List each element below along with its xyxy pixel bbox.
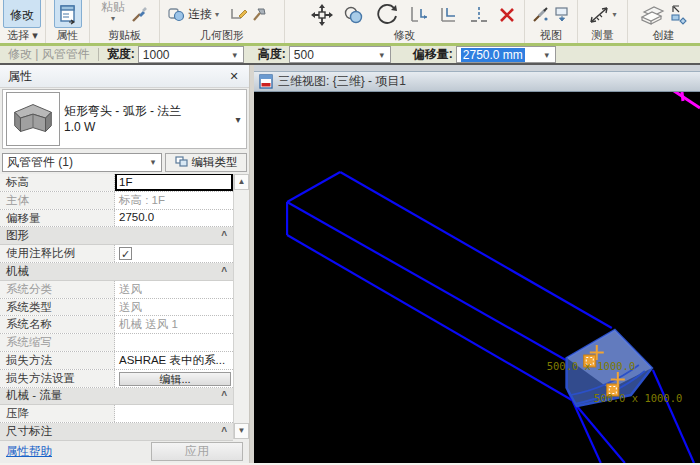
chevron-down-icon[interactable]: ▾ xyxy=(539,50,555,60)
revit-window: 修改 选择 ▾ 属性 粘贴 ▾ xyxy=(0,0,700,465)
height-combobox[interactable]: 500 ▾ xyxy=(289,46,391,63)
ribbon-panel-create: 创建 xyxy=(628,0,699,43)
create-similar-icon[interactable] xyxy=(670,4,688,26)
collapse-chevron-icon[interactable]: ^ xyxy=(221,266,227,277)
paste-dropdown-icon[interactable]: ▾ xyxy=(111,13,115,24)
duct-size-label: 500.0 x 1000.0 xyxy=(547,360,636,372)
chevron-down-icon[interactable]: ▾ xyxy=(227,50,243,60)
3d-view-canvas[interactable]: 500.0 x 1000.0 500.0 x 1000.0 xyxy=(254,92,700,463)
offset-combobox[interactable]: 2750.0 mm ▾ xyxy=(456,46,556,63)
viewport-window: 三维视图: {三维} - 项目1 xyxy=(254,65,700,463)
move-icon[interactable] xyxy=(311,4,333,26)
offset-value: 2750.0 mm xyxy=(461,48,525,62)
properties-palette: 属性 ✕ 矩形弯头 - 弧形 - 法兰 1.0 W ▾ xyxy=(0,65,250,463)
system-name-row: 系统名称 机械 送风 1 xyxy=(0,316,233,334)
join-icon xyxy=(168,7,185,22)
align-icon[interactable] xyxy=(409,5,429,25)
apply-button[interactable]: 应用 xyxy=(151,442,243,461)
chevron-down-icon[interactable]: ▾ xyxy=(145,157,161,167)
system-classification-row: 系统分类 送风 xyxy=(0,281,233,299)
delete-icon[interactable] xyxy=(499,7,515,23)
trim-icon[interactable] xyxy=(439,5,459,25)
coping-icon[interactable] xyxy=(230,6,248,23)
cutaway-icon[interactable] xyxy=(554,6,570,23)
measure-dropdown-icon[interactable]: ▾ xyxy=(612,10,616,19)
edit-type-button[interactable]: 编辑类型 xyxy=(165,153,247,172)
width-value: 1000 xyxy=(143,48,227,62)
rotate-icon[interactable] xyxy=(375,4,399,26)
create-group-icon[interactable] xyxy=(640,4,666,26)
chevron-down-icon[interactable]: ▾ xyxy=(230,114,246,125)
elbow-thumbnail xyxy=(6,92,60,146)
level-input[interactable] xyxy=(115,174,233,191)
properties-icon xyxy=(59,5,77,25)
system-abbreviation-row: 系统缩写 xyxy=(0,334,233,352)
collapse-chevron-icon[interactable]: ^ xyxy=(221,426,227,437)
collapse-chevron-icon[interactable]: ^ xyxy=(221,230,227,241)
join-dropdown-icon[interactable]: ▾ xyxy=(215,10,219,19)
paste-label: 粘贴 xyxy=(101,2,125,13)
measure-icon[interactable] xyxy=(588,5,610,25)
mechanical-flow-section-header[interactable]: 机械 - 流量 ^ xyxy=(0,388,233,406)
properties-help-link[interactable]: 属性帮助 xyxy=(6,444,151,459)
ribbon-panel-geometry: 连接 ▾ 几何图形 xyxy=(160,0,285,43)
ribbon-panel-properties: 属性 xyxy=(46,0,90,43)
host-row: 主体 标高 : 1F xyxy=(0,192,233,210)
width-label: 宽度: xyxy=(107,46,135,63)
split-icon[interactable] xyxy=(469,5,489,25)
properties-panel-label[interactable]: 属性 xyxy=(46,29,89,43)
scroll-down-icon[interactable]: ▼ xyxy=(234,423,249,439)
type-selector[interactable]: 矩形弯头 - 弧形 - 法兰 1.0 W ▾ xyxy=(2,89,247,149)
ribbon: 修改 选择 ▾ 属性 粘贴 ▾ xyxy=(0,0,700,43)
ribbon-panel-clipboard: 粘贴 ▾ 剪贴板 xyxy=(90,0,160,43)
pressure-drop-row: 压降 xyxy=(0,405,233,423)
edit-type-icon xyxy=(175,156,189,168)
create-panel-label[interactable]: 创建 xyxy=(628,29,699,43)
select-panel-label[interactable]: 选择 ▾ xyxy=(0,29,45,43)
properties-footer: 属性帮助 应用 xyxy=(0,439,249,463)
system-type-row: 系统类型 送风 xyxy=(0,299,233,317)
context-label: 修改 | 风管管件 xyxy=(8,46,90,63)
hammer-icon[interactable] xyxy=(251,6,268,23)
linework-brush-icon[interactable] xyxy=(532,6,549,23)
close-icon[interactable]: ✕ xyxy=(227,70,241,83)
modify-button[interactable]: 修改 xyxy=(3,0,41,28)
rvt-file-icon xyxy=(259,74,273,89)
ribbon-panel-modify: 修改 xyxy=(285,0,525,43)
clipboard-panel-label[interactable]: 剪贴板 xyxy=(90,29,159,43)
offset-label: 偏移量: xyxy=(413,46,453,63)
height-label: 高度: xyxy=(258,46,286,63)
ribbon-panel-view: 视图 xyxy=(525,0,578,43)
filter-row: 风管管件 (1) ▾ 编辑类型 xyxy=(0,151,249,173)
modify-panel-label[interactable]: 修改 xyxy=(285,29,524,43)
duct-size-label: 500.0 x 1000.0 xyxy=(594,392,683,404)
mechanical-section-header[interactable]: 机械 ^ xyxy=(0,263,233,281)
options-bar: 修改 | 风管管件 宽度: 1000 ▾ 高度: 500 ▾ 偏移量: 2750… xyxy=(0,46,700,65)
type-name: 矩形弯头 - 弧形 - 法兰 xyxy=(64,103,230,119)
section-line[interactable] xyxy=(665,92,700,108)
chevron-down-icon[interactable]: ▾ xyxy=(374,50,390,60)
element-filter-combobox[interactable]: 风管管件 (1) ▾ xyxy=(2,153,162,172)
geometry-panel-label[interactable]: 几何图形 xyxy=(160,29,284,43)
measure-panel-label[interactable]: 测量 xyxy=(578,29,627,43)
paste-button[interactable]: 粘贴 ▾ xyxy=(101,2,125,24)
view-panel-label[interactable]: 视图 xyxy=(525,29,577,43)
scroll-up-icon[interactable]: ▲ xyxy=(234,174,249,190)
join-button[interactable]: 连接 xyxy=(188,6,212,23)
width-combobox[interactable]: 1000 ▾ xyxy=(138,46,244,63)
height-value: 500 xyxy=(294,48,374,62)
dimensions-section-header[interactable]: 尺寸标注 ^ xyxy=(0,423,233,441)
properties-button[interactable] xyxy=(54,0,82,28)
collapse-chevron-icon[interactable]: ^ xyxy=(221,390,227,401)
graphics-section-header[interactable]: 图形 ^ xyxy=(0,227,233,245)
loss-method-row: 损失方法 ASHRAE 表中的系... xyxy=(0,352,233,370)
edit-button[interactable]: 编辑... xyxy=(119,372,231,386)
properties-title: 属性 xyxy=(8,68,227,85)
view-titlebar[interactable]: 三维视图: {三维} - 项目1 xyxy=(254,71,700,92)
match-properties-brush-icon[interactable] xyxy=(131,6,148,23)
copy-icon[interactable] xyxy=(343,6,365,24)
edit-type-label: 编辑类型 xyxy=(192,155,238,170)
checkbox-checked[interactable]: ✓ xyxy=(119,247,132,260)
properties-header: 属性 ✕ xyxy=(0,65,249,88)
properties-scrollbar[interactable]: ▲ ▼ xyxy=(233,174,249,439)
